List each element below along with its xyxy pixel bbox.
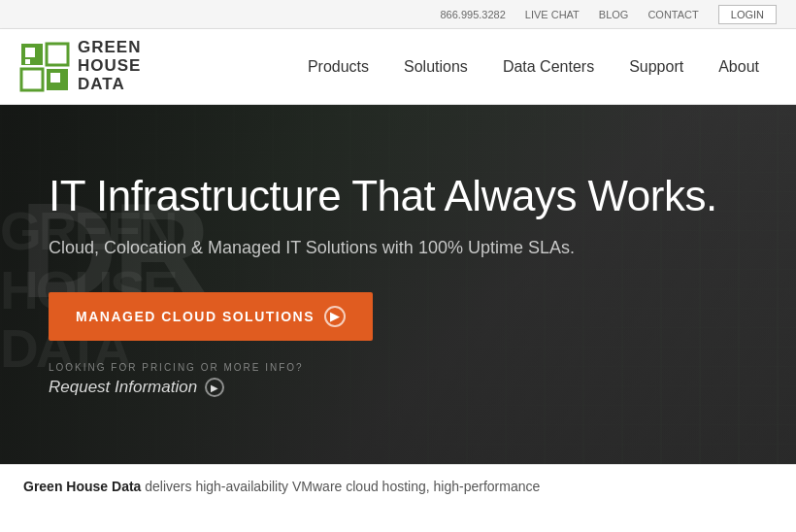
logo-icon bbox=[19, 42, 70, 92]
hero-title: IT Infrastructure That Always Works. bbox=[49, 172, 747, 221]
svg-rect-2 bbox=[25, 59, 30, 64]
logo-line3: DATA bbox=[78, 76, 141, 94]
logo-line2: HOUSE bbox=[78, 57, 141, 76]
footer-brand: Green House Data bbox=[23, 479, 141, 494]
cta-button[interactable]: MANAGED CLOUD SOLUTIONS ▶ bbox=[49, 292, 373, 341]
main-nav: GREEN HOUSE DATA Products Solutions Data… bbox=[0, 29, 796, 105]
request-info: LOOKING FOR PRICING OR MORE INFO? Reques… bbox=[49, 362, 747, 397]
phone-number: 866.995.3282 bbox=[441, 9, 506, 20]
nav-solutions[interactable]: Solutions bbox=[386, 58, 485, 76]
svg-rect-3 bbox=[47, 44, 68, 65]
request-link[interactable]: Request Information ▶ bbox=[49, 378, 224, 397]
cta-label: MANAGED CLOUD SOLUTIONS bbox=[76, 309, 315, 324]
nav-support[interactable]: Support bbox=[612, 58, 701, 76]
utility-bar: 866.995.3282 LIVE CHAT BLOG CONTACT LOGI… bbox=[0, 0, 796, 29]
svg-rect-1 bbox=[25, 48, 35, 57]
logo[interactable]: GREEN HOUSE DATA bbox=[19, 39, 141, 93]
cta-arrow-icon: ▶ bbox=[324, 306, 346, 327]
hero-content: IT Infrastructure That Always Works. Clo… bbox=[49, 172, 747, 398]
svg-rect-4 bbox=[21, 69, 43, 90]
request-link-text: Request Information bbox=[49, 378, 197, 397]
nav-about[interactable]: About bbox=[701, 58, 777, 76]
blog-link[interactable]: BLOG bbox=[599, 9, 629, 20]
login-button[interactable]: LOGIN bbox=[718, 5, 777, 24]
nav-data-centers[interactable]: Data Centers bbox=[485, 58, 612, 76]
request-label: LOOKING FOR PRICING OR MORE INFO? bbox=[49, 362, 747, 373]
logo-line1: GREEN bbox=[78, 39, 141, 57]
footer-text-rest: delivers high-availability VMware cloud … bbox=[141, 479, 540, 494]
nav-links: Products Solutions Data Centers Support … bbox=[290, 58, 777, 76]
logo-text: GREEN HOUSE DATA bbox=[78, 39, 141, 93]
hero-section: DR GREEN HOUSE DATA IT Infrastructure Th… bbox=[0, 105, 796, 464]
contact-link[interactable]: CONTACT bbox=[647, 9, 698, 20]
svg-rect-6 bbox=[50, 73, 60, 83]
nav-products[interactable]: Products bbox=[290, 58, 386, 76]
live-chat-link[interactable]: LIVE CHAT bbox=[525, 9, 580, 20]
request-arrow-icon: ▶ bbox=[205, 378, 224, 397]
footer-description: Green House Data delivers high-availabil… bbox=[0, 464, 796, 508]
hero-subtitle: Cloud, Colocation & Managed IT Solutions… bbox=[49, 238, 747, 258]
